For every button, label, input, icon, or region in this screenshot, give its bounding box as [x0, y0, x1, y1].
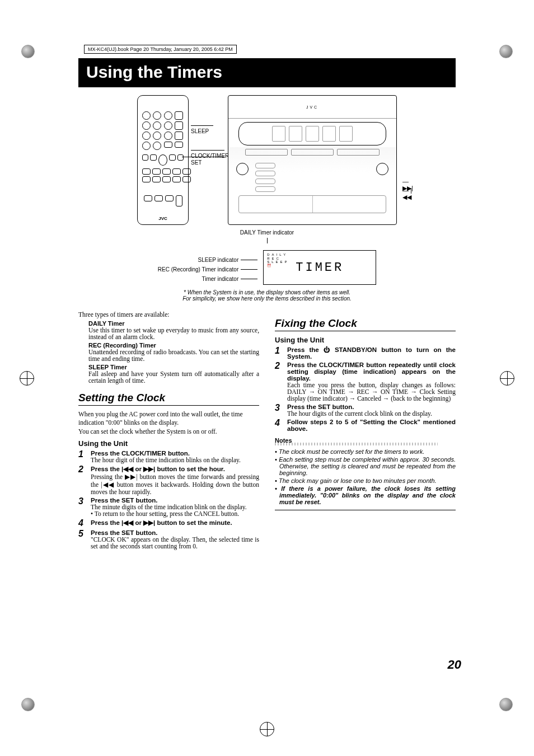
- fix-step-4: 4 Follow steps 2 to 5 of "Setting the Cl…: [275, 419, 456, 432]
- system-diagram: JVC: [228, 95, 397, 225]
- divider: [78, 405, 259, 406]
- diagram: JVC SLEEP CLOCK/TIMER SET JVC: [78, 95, 456, 225]
- notes-heading: Notes: [275, 437, 292, 444]
- callout-sleep: SLEEP: [191, 122, 213, 134]
- callout-timer-indicator: Timer indicator: [158, 276, 258, 282]
- callout-prev-track: — |◀◀: [402, 187, 419, 201]
- corner-ornament: [499, 698, 513, 711]
- desc-sleep: Fall asleep and have your System turn of…: [88, 370, 259, 384]
- source-file-header: MX-KC4(UJ).book Page 20 Thursday, Januar…: [84, 45, 237, 54]
- corner-ornament: [21, 45, 35, 58]
- notes-list: • The clock must be correctly set for th…: [275, 448, 456, 505]
- registration-mark: [260, 722, 274, 736]
- term-rec: REC (Recording) Timer: [88, 342, 259, 349]
- subhead-using-unit: Using the Unit: [275, 336, 456, 344]
- fix-step-2: 2 Press the CLOCK/TIMER button repeatedl…: [275, 361, 456, 402]
- step-1: 1 Press the CLOCK/TIMER button. The hour…: [78, 450, 259, 463]
- page-title: Using the Timers: [78, 58, 456, 87]
- step-2: 2 Press the |◀◀ or ▶▶| button to set the…: [78, 465, 259, 495]
- desc-rec: Unattended recording of radio broadcasts…: [88, 349, 259, 362]
- section-setting-clock: Setting the Clock: [78, 392, 259, 404]
- callout-daily-timer-indicator: DAILY Timer indicator: [240, 229, 294, 243]
- term-sleep: SLEEP Timer: [88, 364, 259, 370]
- step-4: 4 Press the |◀◀ or ▶▶| button to set the…: [78, 519, 259, 528]
- callout-set: SET: [191, 153, 224, 166]
- setting-para: When you plug the AC power cord into the…: [78, 410, 259, 426]
- callout-rec-indicator: REC (Recording) Timer indicator: [158, 266, 258, 273]
- section-fixing-clock: Fixing the Clock: [275, 317, 456, 330]
- subhead-using-unit: Using the Unit: [78, 439, 259, 448]
- display-text: TIMER: [296, 261, 344, 275]
- divider: [275, 510, 456, 510]
- divider: [275, 331, 456, 331]
- registration-mark: [500, 371, 514, 386]
- corner-ornament: [499, 45, 513, 58]
- step-5: 5 Press the SET button. "CLOCK OK" appea…: [78, 529, 259, 550]
- fix-step-1: 1 Press the ⏻ STANDBY/ON button to turn …: [275, 346, 456, 360]
- callout-sleep-indicator: SLEEP indicator: [158, 257, 258, 263]
- remote-diagram: JVC: [137, 95, 189, 225]
- step-3: 3 Press the SET button. The minute digit…: [78, 497, 259, 517]
- power-icon: ⏻: [324, 346, 330, 353]
- term-daily: DAILY Timer: [88, 320, 259, 327]
- fix-step-3: 3 Press the SET button. The hour digits …: [275, 403, 456, 417]
- brand-label: JVC: [228, 96, 396, 119]
- page-number: 20: [448, 658, 461, 672]
- display-panel: DAILYRECSLEEP⏰ TIMER: [263, 250, 376, 285]
- brand-label: JVC: [138, 216, 188, 221]
- setting-para: You can set the clock whether the System…: [78, 428, 259, 435]
- desc-daily: Use this timer to set wake up everyday t…: [88, 327, 259, 340]
- registration-mark: [20, 371, 34, 386]
- corner-ornament: [21, 698, 35, 711]
- diagram-footnote: * When the System is in use, the display…: [78, 289, 456, 302]
- intro-line: Three types of timers are available:: [78, 311, 259, 318]
